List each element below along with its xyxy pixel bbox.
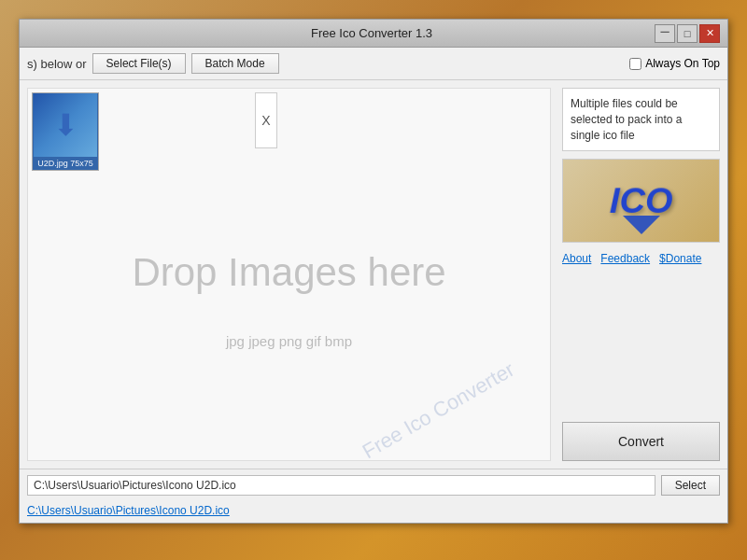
info-box: Multiple files could be selected to pack… [562, 88, 720, 151]
link-row: C:\Users\Usuario\Pictures\Icono U2D.ico [20, 501, 727, 523]
toolbar-label: s) below or [27, 57, 87, 71]
thumbnail-label: U2D.jpg 75x75 [35, 157, 95, 170]
resize-handle[interactable]: X [255, 92, 277, 148]
toolbar: s) below or Select File(s) Batch Mode Al… [20, 48, 727, 80]
window-controls: ─ □ ✕ [655, 24, 720, 43]
thumbnail-image: ⬇ [34, 93, 97, 157]
feedback-link[interactable]: Feedback [600, 252, 650, 265]
donate-link[interactable]: $Donate [659, 252, 701, 265]
main-window: Free Ico Converter 1.3 ─ □ ✕ s) below or… [19, 19, 728, 524]
close-button[interactable]: ✕ [699, 24, 720, 43]
thumbnail-item: ⬇ U2D.jpg 75x75 [32, 92, 99, 171]
main-content: ⬇ U2D.jpg 75x75 X Drop Images here jpg j… [20, 80, 727, 469]
ico-logo: ICO [562, 159, 720, 243]
drop-area[interactable]: ⬇ U2D.jpg 75x75 X Drop Images here jpg j… [27, 88, 551, 461]
about-link[interactable]: About [562, 252, 591, 265]
output-path-input[interactable] [27, 475, 655, 496]
always-on-top-container: Always On Top [629, 57, 720, 70]
ico-logo-arrow-icon [623, 216, 660, 234]
select-output-button[interactable]: Select [661, 475, 720, 496]
batch-mode-button[interactable]: Batch Mode [191, 53, 279, 74]
sidebar-links: About Feedback $Donate [562, 250, 720, 267]
bottom-bar: Select [20, 469, 727, 501]
watermark-text: Free Ico Converter [358, 357, 518, 461]
always-on-top-label: Always On Top [645, 57, 720, 70]
file-link[interactable]: C:\Users\Usuario\Pictures\Icono U2D.ico [27, 504, 230, 517]
maximize-button[interactable]: □ [677, 24, 698, 43]
info-text: Multiple files could be selected to pack… [571, 97, 682, 142]
sidebar: Multiple files could be selected to pack… [555, 80, 727, 469]
download-arrow-icon: ⬇ [53, 107, 78, 143]
formats-text: jpg jpeg png gif bmp [226, 333, 352, 349]
title-bar: Free Ico Converter 1.3 ─ □ ✕ [20, 20, 727, 48]
drop-text: Drop Images here [132, 250, 445, 295]
resize-x-label: X [261, 113, 270, 128]
always-on-top-checkbox[interactable] [629, 58, 641, 70]
minimize-button[interactable]: ─ [655, 24, 675, 43]
convert-button[interactable]: Convert [562, 422, 720, 461]
window-title: Free Ico Converter 1.3 [89, 26, 655, 40]
select-files-button[interactable]: Select File(s) [92, 53, 186, 74]
